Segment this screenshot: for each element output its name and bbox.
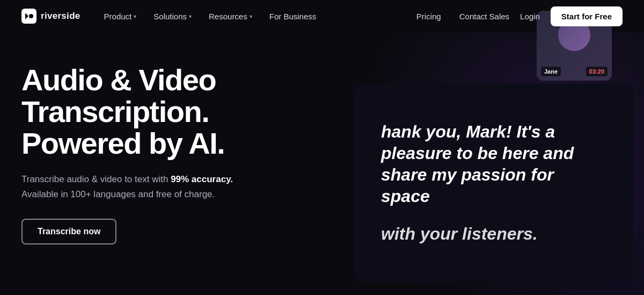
- transcribe-now-button[interactable]: Transcribe now: [21, 219, 116, 244]
- hero-section: Audio & Video Transcription. Powered by …: [0, 32, 644, 295]
- nav-login[interactable]: Login: [520, 12, 540, 21]
- hero-left: Audio & Video Transcription. Powered by …: [21, 48, 301, 244]
- nav-contact-sales[interactable]: Contact Sales: [459, 12, 509, 21]
- nav-resources[interactable]: Resources ▾: [201, 8, 260, 25]
- video-timer: 03:20: [586, 67, 608, 76]
- logo[interactable]: riverside: [21, 9, 80, 24]
- video-name-badge: Jane: [541, 67, 561, 76]
- nav-for-business[interactable]: For Business: [262, 8, 324, 25]
- hero-title: Audio & Video Transcription. Powered by …: [21, 64, 301, 159]
- chevron-down-icon: ▾: [250, 13, 252, 19]
- transcript-text-secondary: with your listeners.: [381, 223, 606, 244]
- nav-product[interactable]: Product ▾: [97, 8, 144, 25]
- svg-point-1: [29, 14, 33, 18]
- logo-icon: [21, 9, 36, 24]
- video-person-name: Jane: [544, 68, 558, 75]
- nav-pricing[interactable]: Pricing: [409, 8, 449, 25]
- start-for-free-button[interactable]: Start for Free: [551, 6, 623, 26]
- chevron-down-icon: ▾: [134, 13, 136, 19]
- chevron-down-icon: ▾: [189, 13, 192, 19]
- transcript-panel: hank you, Mark! It's a pleasure to be he…: [354, 83, 633, 282]
- nav-links: Product ▾ Solutions ▾ Resources ▾ For Bu…: [97, 8, 409, 25]
- logo-text: riverside: [41, 11, 80, 21]
- transcript-text-main: hank you, Mark! It's a pleasure to be he…: [381, 121, 606, 207]
- nav-solutions[interactable]: Solutions ▾: [146, 8, 199, 25]
- navbar: riverside Product ▾ Solutions ▾ Resource…: [0, 0, 644, 32]
- nav-right: Pricing Contact Sales Login Start for Fr…: [409, 6, 623, 26]
- hero-subtitle: Transcribe audio & video to text with 99…: [21, 172, 236, 201]
- hero-right: Jane 03:20 hank you, Mark! It's a pleasu…: [333, 0, 644, 295]
